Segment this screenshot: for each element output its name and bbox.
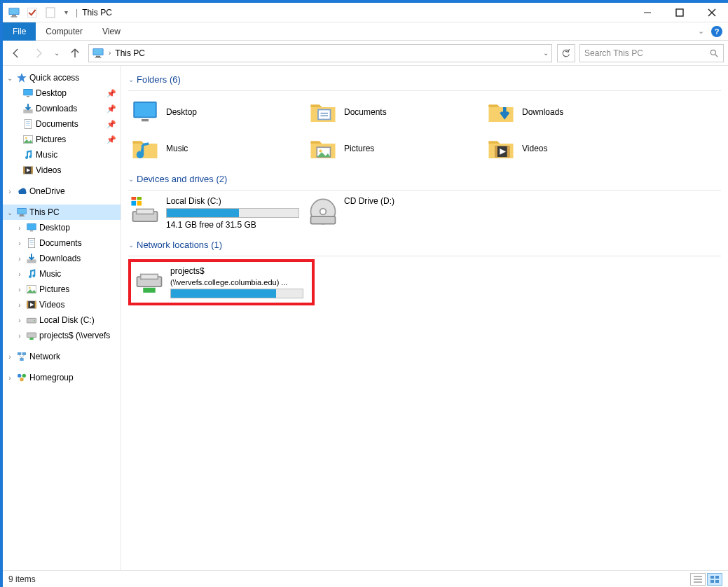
onedrive-icon xyxy=(16,186,27,197)
help-button[interactable]: ? xyxy=(711,26,722,37)
nav-up-button[interactable] xyxy=(66,44,84,62)
folder-music[interactable]: Music xyxy=(128,130,306,167)
folder-desktop[interactable]: Desktop xyxy=(128,94,306,130)
downloads-icon xyxy=(26,253,37,264)
monitor-icon xyxy=(16,207,27,218)
chevron-right-icon[interactable]: › xyxy=(15,286,24,294)
tree-item-documents[interactable]: Documents📌 xyxy=(3,116,121,132)
svg-rect-50 xyxy=(495,146,497,158)
chevron-right-icon[interactable]: › xyxy=(109,49,111,57)
pin-icon: 📌 xyxy=(107,135,116,144)
music-icon xyxy=(22,149,34,160)
navigation-tree: ⌄ Quick access Desktop📌 Downloads📌 Docum… xyxy=(3,66,121,570)
chevron-right-icon[interactable]: › xyxy=(15,240,24,247)
qat-properties-icon[interactable] xyxy=(25,6,39,20)
qat-dropdown-icon[interactable]: ▾ xyxy=(62,6,70,20)
maximize-button[interactable] xyxy=(664,3,696,22)
address-bar[interactable]: › This PC ⌄ xyxy=(88,44,552,62)
tree-pc-local-disk[interactable]: ›Local Disk (C:) xyxy=(3,312,121,328)
netdrive-path: (\\vervefs.college.columbia.edu) ... xyxy=(170,278,303,286)
address-icon xyxy=(92,47,104,60)
svg-rect-64 xyxy=(710,580,714,583)
chevron-right-icon[interactable]: › xyxy=(15,301,24,309)
group-header-drives[interactable]: ⌄Devices and drives (2) xyxy=(128,171,721,190)
folder-downloads[interactable]: Downloads xyxy=(484,94,662,130)
documents-icon xyxy=(308,97,338,127)
drive-cd[interactable]: CD Drive (D:) xyxy=(306,193,484,233)
tree-item-desktop[interactable]: Desktop📌 xyxy=(3,85,121,101)
tree-pc-pictures[interactable]: ›Pictures xyxy=(3,282,121,297)
folder-pictures[interactable]: Pictures xyxy=(306,130,484,167)
group-header-network[interactable]: ⌄Network locations (1) xyxy=(128,237,721,256)
ribbon-expand-icon[interactable]: ⌄ xyxy=(698,27,704,36)
tree-pc-desktop[interactable]: ›Desktop xyxy=(3,220,121,235)
drive-name: Local Disk (C:) xyxy=(166,196,299,206)
tree-item-videos[interactable]: Videos xyxy=(3,163,121,178)
chevron-right-icon[interactable]: › xyxy=(6,353,14,361)
tree-this-pc[interactable]: ⌄This PC xyxy=(3,205,121,220)
tree-network[interactable]: ›Network xyxy=(3,349,121,364)
netdrive-name: projects$ xyxy=(170,266,303,276)
tree-item-downloads[interactable]: Downloads📌 xyxy=(3,101,121,116)
folder-videos[interactable]: Videos xyxy=(484,130,662,167)
svg-rect-55 xyxy=(311,216,336,224)
chevron-down-icon[interactable]: ⌄ xyxy=(6,74,14,82)
drive-usage-bar xyxy=(170,289,303,298)
ribbon-tab-computer[interactable]: Computer xyxy=(36,22,92,41)
window-title: This PC xyxy=(79,8,112,18)
tree-item-pictures[interactable]: Pictures📌 xyxy=(3,132,121,147)
breadcrumb[interactable]: This PC xyxy=(115,48,145,58)
minimize-button[interactable] xyxy=(631,3,664,22)
view-details-button[interactable] xyxy=(690,573,706,586)
pin-icon: 📌 xyxy=(107,89,116,98)
documents-icon xyxy=(26,237,37,249)
navigation-bar: ⌄ › This PC ⌄ Search This PC xyxy=(3,41,728,66)
pin-icon: 📌 xyxy=(107,120,116,129)
tree-pc-documents[interactable]: ›Documents xyxy=(3,235,121,251)
chevron-right-icon[interactable]: › xyxy=(15,255,24,263)
drive-network-projects[interactable]: projects$ (\\vervefs.college.columbia.ed… xyxy=(132,263,310,301)
chevron-down-icon[interactable]: ⌄ xyxy=(6,209,14,216)
svg-rect-62 xyxy=(710,576,714,579)
nav-recent-button[interactable]: ⌄ xyxy=(52,44,62,62)
folder-documents[interactable]: Documents xyxy=(306,94,484,130)
refresh-button[interactable] xyxy=(557,44,575,62)
tree-item-music[interactable]: Music xyxy=(3,147,121,163)
chevron-right-icon[interactable]: › xyxy=(15,332,24,340)
tree-pc-videos[interactable]: ›Videos xyxy=(3,297,121,312)
qat-app-icon[interactable] xyxy=(7,6,21,20)
nav-forward-button[interactable] xyxy=(29,44,48,62)
chevron-right-icon[interactable]: › xyxy=(15,317,24,324)
chevron-right-icon[interactable]: › xyxy=(15,270,24,278)
nav-back-button[interactable] xyxy=(7,44,25,62)
svg-rect-41 xyxy=(676,9,683,16)
star-icon xyxy=(16,72,27,83)
ribbon-tab-file[interactable]: File xyxy=(3,22,36,41)
videos-icon xyxy=(22,165,34,176)
chevron-right-icon[interactable]: › xyxy=(6,374,14,382)
disk-icon xyxy=(26,315,37,326)
view-tiles-button[interactable] xyxy=(707,573,722,586)
desktop-icon xyxy=(26,222,37,233)
pin-icon: 📌 xyxy=(107,104,116,113)
address-dropdown-icon[interactable]: ⌄ xyxy=(543,49,549,57)
pictures-icon xyxy=(22,134,34,145)
drive-local-disk[interactable]: Local Disk (C:) 14.1 GB free of 31.5 GB xyxy=(128,193,306,233)
tree-onedrive[interactable]: ›OneDrive xyxy=(3,184,121,199)
ribbon: File Computer View ⌄ ? xyxy=(3,22,728,41)
group-header-folders[interactable]: ⌄Folders (6) xyxy=(128,71,721,90)
tree-homegroup[interactable]: ›Homegroup xyxy=(3,370,121,385)
tree-pc-netdrive[interactable]: ›projects$ (\\vervefs xyxy=(3,328,121,343)
ribbon-tab-view[interactable]: View xyxy=(92,22,130,41)
pictures-icon xyxy=(308,133,338,164)
search-input[interactable]: Search This PC xyxy=(579,44,724,62)
chevron-right-icon[interactable]: › xyxy=(15,224,24,232)
tree-pc-music[interactable]: ›Music xyxy=(3,266,121,282)
tree-pc-downloads[interactable]: ›Downloads xyxy=(3,251,121,266)
close-button[interactable] xyxy=(696,3,728,22)
chevron-right-icon[interactable]: › xyxy=(6,188,14,195)
qat-new-icon[interactable] xyxy=(43,6,57,20)
tree-quick-access[interactable]: ⌄ Quick access xyxy=(3,70,121,85)
music-icon xyxy=(26,268,37,279)
title-bar: ▾ | This PC xyxy=(3,3,728,22)
